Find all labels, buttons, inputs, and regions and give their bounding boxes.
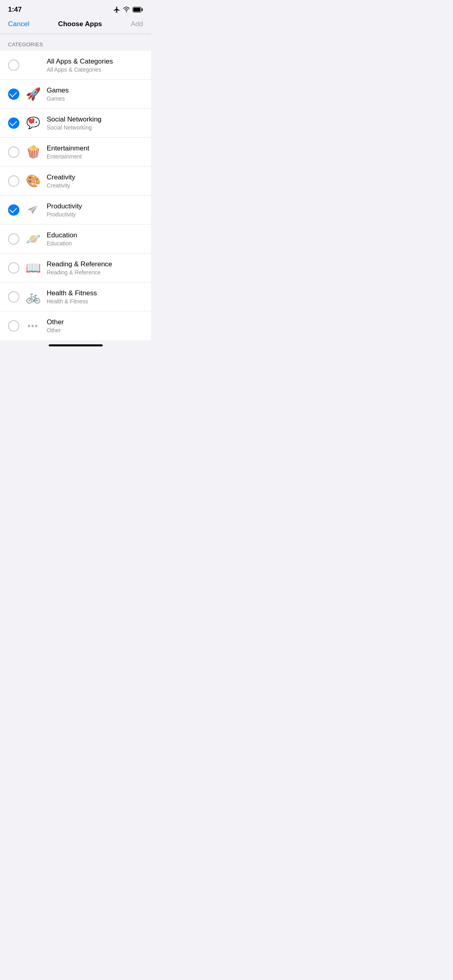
status-time: 1:47 <box>8 6 22 14</box>
category-text-reading: Reading & Reference Reading & Reference <box>47 260 112 276</box>
category-icon-reading: 📖 <box>25 260 41 276</box>
category-text-all: All Apps & Categories All Apps & Categor… <box>47 58 113 73</box>
category-text-health: Health & Fitness Health & Fitness <box>47 289 97 305</box>
category-icon-all <box>25 57 41 73</box>
checkbox-creativity[interactable] <box>8 175 19 187</box>
list-item-productivity[interactable]: Productivity Productivity <box>0 196 151 224</box>
status-bar: 1:47 <box>0 0 151 16</box>
category-name-other: Other <box>47 318 64 326</box>
category-subtitle-reading: Reading & Reference <box>47 269 112 276</box>
svg-rect-1 <box>133 8 141 12</box>
category-subtitle-other: Other <box>47 327 64 334</box>
category-name-entertainment: Entertainment <box>47 144 89 152</box>
home-indicator <box>49 344 103 346</box>
category-name-social: Social Networking <box>47 115 101 124</box>
checkbox-other[interactable] <box>8 320 19 331</box>
nav-bar: Cancel Choose Apps Add <box>0 16 151 34</box>
category-subtitle-entertainment: Entertainment <box>47 153 89 160</box>
category-subtitle-social: Social Networking <box>47 124 101 131</box>
checkbox-all[interactable] <box>8 60 19 71</box>
categories-list: All Apps & Categories All Apps & Categor… <box>0 51 151 340</box>
wifi-icon <box>123 6 130 13</box>
category-icon-other: ••• <box>25 318 41 334</box>
category-icon-health: 🚲 <box>25 289 41 305</box>
add-button[interactable]: Add <box>131 20 143 28</box>
category-name-education: Education <box>47 231 77 239</box>
category-text-other: Other Other <box>47 318 64 334</box>
list-item-health[interactable]: 🚲 Health & Fitness Health & Fitness <box>0 282 151 311</box>
category-icon-games: 🚀 <box>25 86 41 102</box>
category-text-education: Education Education <box>47 231 77 247</box>
list-item-entertainment[interactable]: 🍿 Entertainment Entertainment <box>0 138 151 167</box>
checkbox-reading[interactable] <box>8 262 19 274</box>
category-subtitle-games: Games <box>47 95 69 102</box>
category-name-health: Health & Fitness <box>47 289 97 297</box>
category-subtitle-education: Education <box>47 240 77 247</box>
list-item-reading[interactable]: 📖 Reading & Reference Reading & Referenc… <box>0 253 151 282</box>
category-icon-social: 💬❤️ <box>25 115 41 131</box>
page-title: Choose Apps <box>58 20 102 28</box>
checkbox-games[interactable] <box>8 89 19 100</box>
category-name-reading: Reading & Reference <box>47 260 112 268</box>
category-name-productivity: Productivity <box>47 202 82 210</box>
list-item-games[interactable]: 🚀 Games Games <box>0 80 151 109</box>
list-item-creativity[interactable]: 🎨 Creativity Creativity <box>0 167 151 196</box>
category-subtitle-health: Health & Fitness <box>47 298 97 305</box>
checkbox-social[interactable] <box>8 117 19 129</box>
list-item-social[interactable]: 💬❤️ Social Networking Social Networking <box>0 109 151 138</box>
checkbox-health[interactable] <box>8 291 19 303</box>
category-subtitle-creativity: Creativity <box>47 182 75 189</box>
category-icon-creativity: 🎨 <box>25 173 41 189</box>
cancel-button[interactable]: Cancel <box>8 20 29 28</box>
category-text-creativity: Creativity Creativity <box>47 173 75 189</box>
checkbox-productivity[interactable] <box>8 204 19 216</box>
category-icon-education: 🪐 <box>25 231 41 247</box>
category-text-entertainment: Entertainment Entertainment <box>47 144 89 160</box>
category-icon-entertainment: 🍿 <box>25 144 41 160</box>
home-indicator-bar <box>0 340 151 350</box>
category-subtitle-all: All Apps & Categories <box>47 66 113 73</box>
category-name-creativity: Creativity <box>47 173 75 181</box>
section-header: CATEGORIES <box>0 34 151 51</box>
category-text-games: Games Games <box>47 86 69 102</box>
checkbox-education[interactable] <box>8 233 19 245</box>
checkbox-entertainment[interactable] <box>8 146 19 158</box>
status-icons <box>113 6 143 13</box>
list-item-all[interactable]: All Apps & Categories All Apps & Categor… <box>0 51 151 80</box>
list-item-education[interactable]: 🪐 Education Education <box>0 224 151 253</box>
category-name-games: Games <box>47 86 69 95</box>
category-icon-productivity <box>25 202 41 218</box>
svg-rect-2 <box>142 8 143 11</box>
category-name-all: All Apps & Categories <box>47 58 113 66</box>
list-item-other[interactable]: ••• Other Other <box>0 311 151 340</box>
battery-icon <box>132 7 143 12</box>
category-subtitle-productivity: Productivity <box>47 211 82 218</box>
category-text-productivity: Productivity Productivity <box>47 202 82 218</box>
airplane-icon <box>113 6 120 13</box>
category-text-social: Social Networking Social Networking <box>47 115 101 131</box>
